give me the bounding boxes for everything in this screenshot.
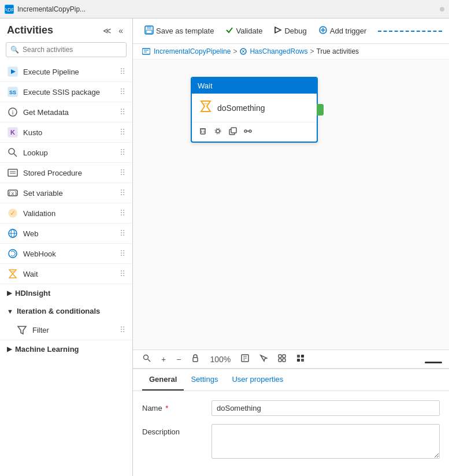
tab-settings[interactable]: Settings <box>184 369 225 391</box>
svg-rect-58 <box>283 355 285 358</box>
svg-line-11 <box>14 154 17 157</box>
activity-item-filter[interactable]: Filter <box>0 320 132 340</box>
sidebar-minimize-btn[interactable]: ≪ <box>101 25 114 36</box>
filter-drag[interactable] <box>120 325 125 334</box>
stored-procedure-icon <box>7 167 18 178</box>
stored-procedure-label: Stored Procedure <box>23 169 120 177</box>
title-bar-text: IncrementalCopyPip... <box>17 5 437 13</box>
add-trigger-icon <box>318 25 328 36</box>
execute-pipeline-drag[interactable] <box>120 67 125 76</box>
breadcrumb-pipeline-icon <box>142 47 150 55</box>
activity-item-stored-procedure[interactable]: Stored Procedure <box>0 163 132 183</box>
section-machine-learning[interactable]: ▶ Machine Learning <box>0 340 132 358</box>
svg-rect-59 <box>279 359 281 362</box>
properties-panel: General Settings User properties Name * … <box>133 369 449 476</box>
node-success-indicator <box>317 104 324 116</box>
kusto-drag[interactable] <box>120 128 125 137</box>
validate-btn[interactable]: Validate <box>221 24 267 38</box>
webhook-drag[interactable] <box>120 249 125 258</box>
activity-item-web[interactable]: Web <box>0 224 132 244</box>
prop-row-description: Description <box>142 424 440 459</box>
activity-item-get-metadata[interactable]: i Get Metadata <box>0 102 132 122</box>
svg-point-10 <box>9 148 14 154</box>
lookup-icon <box>7 147 18 158</box>
activity-item-execute-ssis[interactable]: SS Execute SSIS package <box>0 82 132 102</box>
web-drag[interactable] <box>120 229 125 238</box>
canvas-minus-btn[interactable]: − <box>173 353 184 366</box>
tab-user-properties[interactable]: User properties <box>225 369 290 391</box>
debug-icon <box>274 26 282 36</box>
canvas-zoom-btn[interactable]: 100% <box>207 353 233 366</box>
web-label: Web <box>23 229 120 238</box>
activity-item-lookup[interactable]: Lookup <box>0 143 132 163</box>
get-metadata-drag[interactable] <box>120 107 125 117</box>
svg-text:✓: ✓ <box>10 209 16 217</box>
tab-general[interactable]: General <box>142 369 184 391</box>
toolbar-dashed-line <box>378 31 442 32</box>
activity-item-wait[interactable]: Wait <box>0 264 132 284</box>
debug-label: Debug <box>284 27 306 35</box>
name-input[interactable] <box>211 400 440 416</box>
lookup-label: Lookup <box>23 148 120 157</box>
svg-rect-46 <box>231 128 236 133</box>
content-area: Save as template Validate Debug Add trig… <box>133 18 449 476</box>
activity-item-set-variable[interactable]: {x} Set variable <box>0 183 132 203</box>
svg-point-47 <box>244 130 247 132</box>
activity-list: Execute Pipeline SS Execute SSIS package… <box>0 62 132 476</box>
canvas-zoom-label: 100% <box>210 355 231 364</box>
search-icon: 🔍 <box>10 46 19 54</box>
app-icon: ADF <box>5 5 14 14</box>
canvas-layout-btn[interactable] <box>275 352 289 366</box>
canvas-area[interactable]: Wait doSomething <box>133 60 449 350</box>
breadcrumb-pipeline-link[interactable]: IncrementalCopyPipeline <box>154 47 231 55</box>
activity-item-validation[interactable]: ✓ Validation <box>0 203 132 224</box>
canvas-auto-layout-btn[interactable] <box>294 352 307 366</box>
breadcrumb-activity-link[interactable]: HasChangedRows <box>250 47 307 55</box>
svg-rect-33 <box>142 49 150 54</box>
section-hdinsight[interactable]: ▶ HDInsight <box>0 284 132 302</box>
node-settings-btn[interactable] <box>213 126 223 138</box>
node-body-icon <box>199 99 213 116</box>
svg-point-48 <box>249 130 251 132</box>
activity-item-kusto[interactable]: K Kusto <box>0 122 132 143</box>
node-copy-btn[interactable] <box>228 126 238 138</box>
svg-rect-57 <box>279 355 281 358</box>
wait-drag[interactable] <box>120 269 125 278</box>
node-connect-btn[interactable] <box>243 126 253 138</box>
canvas-add-btn[interactable]: + <box>158 353 169 366</box>
node-delete-btn[interactable] <box>198 126 208 138</box>
save-template-btn[interactable]: Save as template <box>140 23 218 39</box>
sidebar-collapse-btn[interactable]: « <box>116 25 125 36</box>
validation-drag[interactable] <box>120 209 125 218</box>
canvas-select-btn[interactable] <box>257 352 270 366</box>
stored-procedure-drag[interactable] <box>120 168 125 177</box>
add-trigger-btn[interactable]: Add trigger <box>314 23 372 39</box>
search-box: 🔍 <box>6 42 127 57</box>
set-variable-icon: {x} <box>7 187 18 199</box>
canvas-node-wait[interactable]: Wait doSomething <box>191 77 318 143</box>
webhook-icon <box>7 248 18 259</box>
execute-ssis-drag[interactable] <box>120 87 125 96</box>
search-input[interactable] <box>6 42 127 57</box>
filter-icon <box>16 324 28 336</box>
svg-rect-26 <box>147 26 151 29</box>
activity-item-webhook[interactable]: WebHook <box>0 244 132 264</box>
canvas-lock-btn[interactable] <box>188 352 202 366</box>
node-card[interactable]: Wait doSomething <box>191 77 318 143</box>
title-bar: ADF IncrementalCopyPip... <box>0 0 449 18</box>
canvas-fit-btn[interactable] <box>238 352 252 366</box>
properties-tabs: General Settings User properties <box>133 369 449 391</box>
lookup-drag[interactable] <box>120 148 125 157</box>
breadcrumb-activity-icon <box>239 47 247 55</box>
description-textarea[interactable] <box>211 424 440 459</box>
get-metadata-label: Get Metadata <box>23 108 120 117</box>
section-iteration[interactable]: ▼ Iteration & conditionals <box>0 302 132 320</box>
set-variable-drag[interactable] <box>120 188 125 198</box>
debug-btn[interactable]: Debug <box>269 24 311 38</box>
canvas-search-btn[interactable] <box>140 352 154 366</box>
activity-item-execute-pipeline[interactable]: Execute Pipeline <box>0 62 132 82</box>
node-name: doSomething <box>217 103 265 113</box>
wait-icon <box>7 268 18 280</box>
title-bar-modified-dot <box>440 7 444 12</box>
hdinsight-chevron: ▶ <box>7 289 12 297</box>
